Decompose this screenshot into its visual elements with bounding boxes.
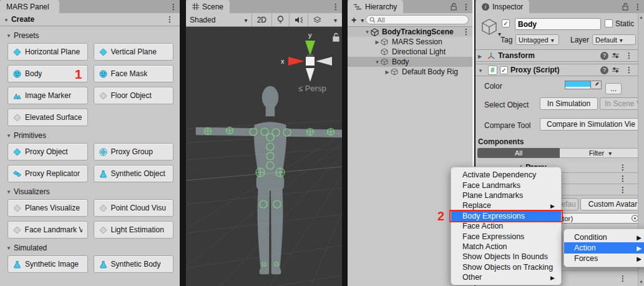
submenu-item-action[interactable]: Action xyxy=(564,242,644,253)
submenu-item-condition[interactable]: Condition xyxy=(564,232,644,242)
chevron-down-icon[interactable]: ▼ xyxy=(364,29,371,35)
hierarchy-menu-icon[interactable] xyxy=(460,3,472,11)
scene-menu-icon[interactable] xyxy=(329,0,342,13)
add-object-button[interactable]: + xyxy=(351,15,356,25)
proxy-replicator-button[interactable]: Proxy Replicator xyxy=(7,165,88,182)
tab-hierarchy[interactable]: Hierarchy xyxy=(348,0,403,13)
mars-menu-icon[interactable] xyxy=(167,0,180,13)
gameobject-name-field[interactable] xyxy=(515,18,601,30)
section-primitives[interactable]: Primitives xyxy=(6,131,180,140)
point-cloud-visualizer-button[interactable]: Point Cloud Visu xyxy=(94,199,174,217)
row-menu-icon[interactable] xyxy=(617,175,629,182)
static-checkbox[interactable] xyxy=(605,19,613,27)
presets-icon[interactable] xyxy=(612,52,620,59)
presets-icon[interactable] xyxy=(612,66,620,74)
face-mask-button[interactable]: Face Mask xyxy=(94,65,174,82)
perspective-label[interactable]: Persp xyxy=(298,84,326,93)
in-simulation-button[interactable]: In Simulation xyxy=(540,97,598,110)
scroll-up-icon[interactable] xyxy=(638,15,644,19)
menu-item-show-objects-in-bounds[interactable]: Show Objects In Bounds xyxy=(451,252,561,262)
lock-icon[interactable] xyxy=(333,34,339,42)
scroll-down-icon[interactable] xyxy=(638,280,644,284)
floor-object-button[interactable]: Floor Object xyxy=(94,87,174,104)
effects-dropdown[interactable] xyxy=(326,13,342,26)
vertical-plane-button[interactable]: Vertical Plane xyxy=(94,43,174,61)
transform-menu-icon[interactable] xyxy=(623,52,635,59)
axis-y-label[interactable]: y xyxy=(308,31,312,39)
chevron-down-icon[interactable]: ▼ xyxy=(374,59,381,65)
section-presets[interactable]: Presets xyxy=(6,31,180,40)
image-marker-button[interactable]: Image Marker xyxy=(7,87,88,104)
compare-button[interactable]: Compare in Simulation Vie xyxy=(540,118,644,131)
menu-item-match-action[interactable]: Match Action xyxy=(451,242,561,252)
menu-item-plane-landmarks[interactable]: Plane Landmarks xyxy=(451,190,561,200)
hierarchy-row-scene[interactable]: ▼ BodyTrackingScene xyxy=(348,27,472,37)
components-tab-filter[interactable]: Filter xyxy=(560,148,642,158)
inspector-menu-icon[interactable] xyxy=(632,3,644,11)
chevron-right-icon[interactable]: ▶ xyxy=(384,69,391,75)
body-button[interactable]: Body 1 xyxy=(7,65,88,82)
help-icon[interactable] xyxy=(600,66,608,74)
tab-inspector[interactable]: i Inspector xyxy=(476,0,529,13)
components-tab-all[interactable]: All xyxy=(477,148,560,158)
menu-item-replace[interactable]: Replace xyxy=(451,200,561,210)
menu-item-face-action[interactable]: Face Action xyxy=(451,221,561,231)
lighting-toggle[interactable] xyxy=(272,13,290,26)
section-simulated[interactable]: Simulated xyxy=(6,244,180,252)
orientation-gizmo[interactable]: y x xyxy=(281,31,332,82)
synthetic-object-button[interactable]: Synthetic Object xyxy=(94,165,174,182)
elevated-surface-button[interactable]: Elevated Surface xyxy=(7,109,88,126)
menu-item-body-expressions[interactable]: Body Expressions 2 xyxy=(451,211,561,221)
layer-dropdown[interactable]: Default xyxy=(592,34,636,45)
axis-x-label[interactable]: x xyxy=(281,57,285,65)
active-checkbox[interactable] xyxy=(502,19,510,27)
menu-item-face-landmarks[interactable]: Face Landmarks xyxy=(451,180,561,190)
horizontal-plane-button[interactable]: Horizontal Plane xyxy=(7,43,88,61)
hierarchy-row[interactable]: ▶ Default Body Rig xyxy=(348,67,472,77)
row-menu-icon[interactable] xyxy=(617,186,629,194)
synthetic-image-button[interactable]: Synthetic Image xyxy=(7,255,88,273)
chevron-right-icon[interactable]: ▶ xyxy=(374,39,381,45)
menu-item-show-objects-on-tracking[interactable]: Show Objects on Tracking xyxy=(451,262,561,272)
menu-item-face-expressions[interactable]: Face Expressions xyxy=(451,231,561,241)
search-input[interactable] xyxy=(377,16,465,24)
draw-mode-dropdown[interactable]: Shaded xyxy=(186,13,252,26)
color-options-button[interactable]: ... xyxy=(605,83,622,94)
chevron-down-icon[interactable] xyxy=(478,66,485,74)
proxy-menu-icon[interactable] xyxy=(623,66,635,74)
synthetic-body-button[interactable]: Synthetic Body xyxy=(94,255,174,273)
tab-scene[interactable]: Scene xyxy=(186,0,230,13)
color-swatch[interactable] xyxy=(565,81,591,89)
hierarchy-row[interactable]: ▶ MARS Session xyxy=(348,37,472,47)
proxy-object-button[interactable]: Proxy Object xyxy=(7,143,88,160)
create-menu-icon[interactable] xyxy=(163,16,176,23)
proxy-group-button[interactable]: Proxy Group xyxy=(94,143,174,160)
menu-item-other[interactable]: Other xyxy=(451,272,561,282)
section-visualizers[interactable]: Visualizers xyxy=(6,187,180,196)
chevron-down-icon[interactable] xyxy=(358,16,364,24)
help-icon[interactable] xyxy=(600,52,608,60)
face-landmark-visualizer-button[interactable]: Face Landmark V xyxy=(7,221,88,239)
scene-viewport[interactable]: y x Persp xyxy=(186,27,342,286)
planes-visualizer-button[interactable]: Planes Visualize xyxy=(7,199,88,217)
component-enabled-checkbox[interactable] xyxy=(500,66,508,74)
row-menu-icon[interactable] xyxy=(617,164,629,171)
submenu-item-forces[interactable]: Forces xyxy=(564,254,644,264)
proxy-script-header[interactable]: Proxy (Script) xyxy=(476,64,638,76)
chevron-right-icon[interactable] xyxy=(478,51,484,60)
create-header[interactable]: Create xyxy=(0,13,180,26)
light-estimation-visualizer-button[interactable]: Light Estimation xyxy=(94,221,174,239)
menu-item-activate-dependency[interactable]: Activate Dependency xyxy=(451,170,561,180)
unlock-icon[interactable] xyxy=(450,2,457,11)
effects-toggle[interactable] xyxy=(308,13,326,26)
custom-avatar-button[interactable]: Custom Avatar xyxy=(580,198,644,210)
row-menu-icon[interactable] xyxy=(617,275,629,282)
eyedropper-button[interactable] xyxy=(592,81,602,89)
2d-toggle[interactable]: 2D xyxy=(252,13,272,26)
scene-row-menu-icon[interactable] xyxy=(460,28,472,36)
transform-header[interactable]: Transform xyxy=(476,49,638,62)
tag-dropdown[interactable]: Untagged xyxy=(515,34,559,45)
unlock-icon[interactable] xyxy=(622,2,629,11)
hierarchy-search[interactable] xyxy=(366,15,469,24)
hierarchy-row-body[interactable]: ▼ Body xyxy=(348,57,472,67)
